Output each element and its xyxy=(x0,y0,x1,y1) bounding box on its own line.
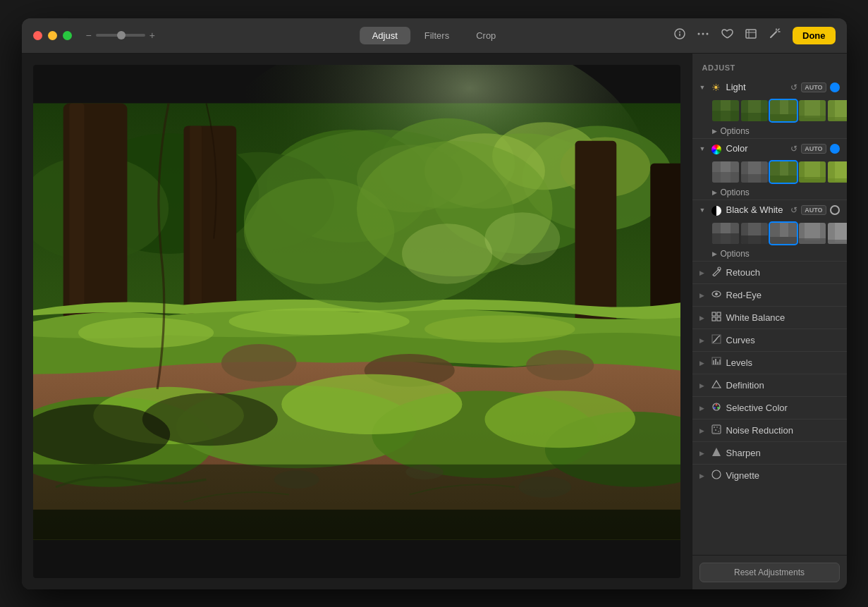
magic-wand-icon[interactable] xyxy=(769,28,781,42)
zoom-minus-button[interactable]: − xyxy=(86,30,92,41)
bw-thumb-1[interactable] xyxy=(712,223,739,244)
color-section-header[interactable]: ▼ Color ↺ AUTO xyxy=(692,139,847,159)
maximize-button[interactable] xyxy=(63,31,72,40)
vignette-item[interactable]: ▶ Vignette xyxy=(692,464,847,486)
light-thumb-1[interactable] xyxy=(712,100,739,121)
white-balance-item[interactable]: ▶ White Balance xyxy=(692,306,847,329)
zoom-slider[interactable] xyxy=(96,34,145,37)
levels-icon xyxy=(711,357,722,369)
bw-reset-icon[interactable]: ↺ xyxy=(790,205,797,215)
light-chevron: ▼ xyxy=(699,84,707,91)
color-controls: ↺ AUTO xyxy=(790,144,839,154)
bw-thumbnails xyxy=(692,220,847,247)
bw-thumb-4[interactable] xyxy=(799,223,826,244)
selective-color-title: Selective Color xyxy=(726,403,840,413)
tab-filters[interactable]: Filters xyxy=(412,27,462,44)
white-balance-title: White Balance xyxy=(726,312,840,323)
curves-title: Curves xyxy=(726,335,840,345)
light-controls: ↺ AUTO xyxy=(790,82,839,92)
svg-rect-125 xyxy=(718,431,719,432)
color-thumb-5[interactable] xyxy=(828,161,847,183)
svg-rect-83 xyxy=(805,161,820,179)
svg-rect-66 xyxy=(770,114,797,121)
svg-point-119 xyxy=(713,407,715,409)
traffic-lights xyxy=(33,31,72,40)
light-enable-dot[interactable] xyxy=(830,82,840,92)
bw-options-label: Options xyxy=(721,249,750,259)
heart-icon[interactable] xyxy=(721,28,733,42)
color-thumb-1[interactable] xyxy=(712,161,739,183)
light-thumb-3[interactable] xyxy=(770,100,797,121)
light-thumb-5[interactable] xyxy=(828,100,847,121)
svg-point-1 xyxy=(679,32,680,33)
color-thumb-4[interactable] xyxy=(799,161,826,183)
color-reset-icon[interactable]: ↺ xyxy=(790,144,797,154)
minimize-button[interactable] xyxy=(48,31,57,40)
close-button[interactable] xyxy=(33,31,42,40)
color-options[interactable]: ▶ Options xyxy=(692,185,847,200)
done-button[interactable]: Done xyxy=(793,27,836,44)
svg-rect-2 xyxy=(679,34,680,37)
svg-point-5 xyxy=(707,33,709,35)
color-auto-badge[interactable]: AUTO xyxy=(801,144,826,154)
red-eye-item[interactable]: ▶ Red-Eye xyxy=(692,283,847,306)
red-eye-chevron: ▶ xyxy=(699,292,707,299)
color-enable-dot[interactable] xyxy=(830,144,840,154)
svg-point-44 xyxy=(281,374,462,434)
photo-container xyxy=(33,65,680,578)
svg-rect-122 xyxy=(716,427,718,428)
svg-rect-96 xyxy=(770,237,797,244)
color-thumb-2[interactable] xyxy=(741,161,768,183)
curves-item[interactable]: ▶ Curves xyxy=(692,329,847,351)
bw-controls: ↺ AUTO xyxy=(790,205,839,215)
svg-rect-75 xyxy=(712,172,739,183)
reset-adjustments-button[interactable]: Reset Adjustments xyxy=(699,563,840,582)
forest-photo xyxy=(33,65,680,578)
content-area: ADJUST ▼ ☀ Light ↺ AUTO xyxy=(22,54,847,589)
info-icon[interactable] xyxy=(674,28,685,42)
color-icon xyxy=(711,143,722,154)
zoom-control: − + xyxy=(86,30,155,41)
bw-enable-dot[interactable] xyxy=(830,205,840,215)
tab-adjust[interactable]: Adjust xyxy=(360,27,410,44)
sharpen-icon xyxy=(711,447,722,459)
svg-rect-109 xyxy=(717,317,721,321)
bw-section-header[interactable]: ▼ Black & White ↺ AUTO xyxy=(692,200,847,220)
selective-color-item[interactable]: ▶ Selective Color xyxy=(692,396,847,419)
red-eye-title: Red-Eye xyxy=(726,290,840,300)
light-auto-badge[interactable]: AUTO xyxy=(801,82,826,92)
svg-rect-123 xyxy=(719,428,720,429)
tab-crop[interactable]: Crop xyxy=(463,27,508,44)
light-reset-icon[interactable]: ↺ xyxy=(790,82,797,92)
light-thumb-4[interactable] xyxy=(799,100,826,121)
light-options-chevron: ▶ xyxy=(712,128,717,135)
more-icon[interactable] xyxy=(697,28,709,42)
bw-thumb-2[interactable] xyxy=(741,223,768,244)
svg-rect-93 xyxy=(741,235,768,244)
retouch-item[interactable]: ▶ Retouch xyxy=(692,261,847,283)
svg-rect-6 xyxy=(746,30,756,38)
zoom-plus-button[interactable]: + xyxy=(149,30,155,41)
light-thumb-2[interactable] xyxy=(741,100,768,121)
retouch-title: Retouch xyxy=(726,267,840,278)
definition-icon xyxy=(711,379,722,391)
levels-item[interactable]: ▶ Levels xyxy=(692,351,847,374)
sharpen-item[interactable]: ▶ Sharpen xyxy=(692,441,847,464)
bw-thumb-5[interactable] xyxy=(828,223,847,244)
noise-reduction-item[interactable]: ▶ Noise Reduction xyxy=(692,419,847,441)
photo-area xyxy=(22,54,692,589)
resize-icon[interactable] xyxy=(745,28,757,42)
bw-auto-badge[interactable]: AUTO xyxy=(801,205,826,215)
svg-point-45 xyxy=(484,391,635,448)
light-options[interactable]: ▶ Options xyxy=(692,124,847,138)
svg-rect-60 xyxy=(712,111,739,121)
definition-item[interactable]: ▶ Definition xyxy=(692,374,847,396)
color-thumb-3[interactable] xyxy=(770,161,797,183)
svg-point-117 xyxy=(715,404,717,406)
light-section-header[interactable]: ▼ ☀ Light ↺ AUTO xyxy=(692,78,847,97)
svg-point-34 xyxy=(228,307,409,334)
svg-point-4 xyxy=(702,33,704,35)
bw-thumb-3[interactable] xyxy=(770,223,797,244)
bw-options[interactable]: ▶ Options xyxy=(692,247,847,261)
sidebar-header: ADJUST xyxy=(692,54,847,78)
